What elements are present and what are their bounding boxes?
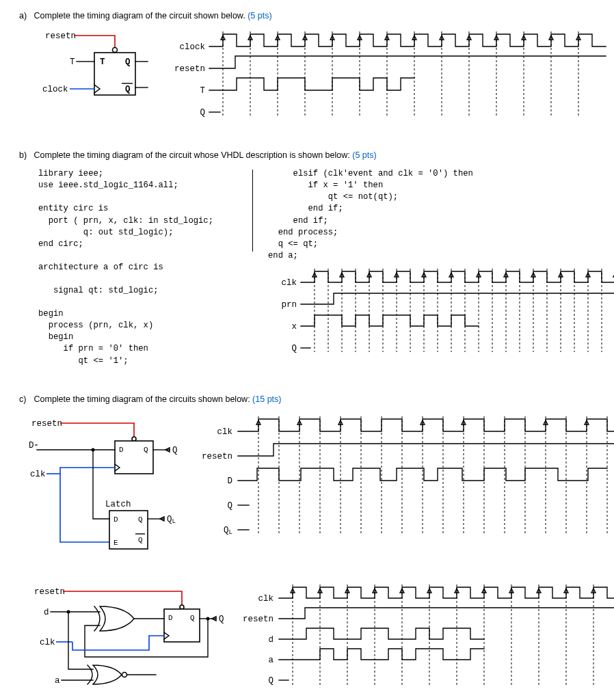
svg-text:Q: Q — [291, 344, 297, 353]
points-b: (5 pts) — [352, 150, 376, 160]
c1-D: D — [29, 441, 34, 450]
timing-c1: clkresetnDQQL — [194, 412, 604, 556]
c1-latch: Latch — [105, 500, 131, 509]
circuit-c1: resetn D Q D clk Q Latch D Q E — [19, 412, 183, 569]
svg-text:Q: Q — [227, 501, 232, 511]
points-a: (5 pts) — [248, 11, 271, 21]
vhdl-right: elsif (clk'event and clk = '0') then if … — [268, 168, 600, 262]
text-a: Complete the timing diagram of the circu… — [34, 11, 245, 21]
text-b: Complete the timing diagram of the circu… — [34, 150, 349, 160]
svg-text:a: a — [268, 656, 273, 665]
svg-text:E: E — [114, 539, 118, 547]
label-b: b) — [19, 149, 31, 161]
question-c: c) Complete the timing diagram of the ci… — [19, 393, 600, 698]
svg-text:QL: QL — [167, 515, 176, 525]
resetn-label: resetn — [45, 31, 76, 41]
svg-text:D: D — [114, 515, 118, 524]
svg-text:clk: clk — [217, 427, 232, 437]
svg-text:Q: Q — [138, 536, 143, 544]
timing-a: clockresetnTQ — [167, 29, 591, 131]
svg-text:D: D — [227, 476, 232, 486]
svg-text:resetn: resetn — [202, 452, 232, 461]
Q-pin: Q — [125, 57, 131, 67]
c2-resetn: resetn — [34, 587, 65, 597]
svg-text:D: D — [119, 446, 124, 454]
T-input: T — [70, 57, 75, 67]
svg-text:Q: Q — [200, 108, 205, 118]
svg-text:clk: clk — [258, 594, 273, 604]
clock-label: clock — [42, 85, 68, 94]
T-pin: T — [100, 57, 105, 67]
svg-text:QL: QL — [224, 526, 232, 536]
svg-text:clk: clk — [281, 278, 297, 288]
svg-text:x: x — [291, 322, 297, 332]
svg-text:Q: Q — [190, 614, 195, 622]
c2-clk: clk — [40, 638, 55, 647]
c2-d: d — [44, 608, 49, 617]
timing-c2: clkresetndaQ — [235, 582, 614, 698]
circuit-c2: resetn D Q d Q clk — [19, 582, 224, 684]
svg-text:resetn: resetn — [243, 615, 273, 624]
vhdl-left: library ieee; use ieee.std_logic_1164.al… — [38, 168, 237, 366]
svg-text:Q: Q — [219, 615, 224, 624]
svg-text:Q: Q — [138, 515, 143, 524]
svg-text:T: T — [200, 86, 205, 96]
label-c: c) — [19, 393, 31, 405]
svg-point-97 — [180, 605, 184, 609]
timing-b: clkprnxQ — [268, 266, 600, 375]
svg-text:d: d — [268, 635, 273, 645]
c2-a: a — [55, 676, 60, 686]
svg-text:clock: clock — [179, 42, 205, 52]
prompt-c: c) Complete the timing diagram of the ci… — [19, 393, 600, 405]
svg-point-0 — [113, 48, 118, 53]
svg-text:D: D — [168, 614, 173, 622]
svg-text:Q: Q — [172, 446, 178, 455]
circuit-a: resetn T Q Q T clock — [19, 29, 156, 124]
label-a: a) — [19, 10, 31, 22]
svg-point-106 — [122, 673, 127, 677]
c1-clk: clk — [30, 470, 46, 479]
svg-text:prn: prn — [281, 300, 297, 310]
svg-text:resetn: resetn — [174, 64, 205, 74]
question-b: b) Complete the timing diagram of the ci… — [19, 149, 600, 375]
prompt-b: b) Complete the timing diagram of the ci… — [19, 149, 600, 161]
svg-point-55 — [132, 437, 136, 441]
points-c: (15 pts) — [252, 394, 281, 404]
c1-resetn: resetn — [31, 419, 62, 429]
svg-text:Q: Q — [268, 676, 273, 686]
Qbar-pin: Q — [125, 85, 131, 94]
text-c: Complete the timing diagram of the circu… — [34, 394, 250, 404]
question-a: a) Complete the timing diagram of the ci… — [19, 10, 600, 131]
prompt-a: a) Complete the timing diagram of the ci… — [19, 10, 600, 22]
svg-text:Q: Q — [144, 446, 148, 454]
